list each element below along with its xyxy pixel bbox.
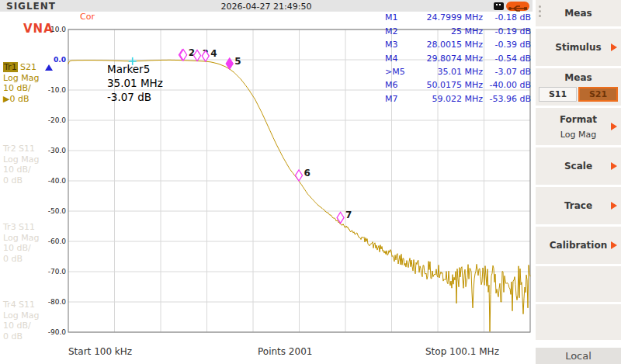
sparam-button-s21[interactable]: S21 [578, 87, 618, 102]
marker-id: M3 [385, 40, 411, 50]
marker-id: M7 [385, 94, 411, 104]
softkey-current-value: Log Mag [560, 130, 596, 140]
y-axis-tick-label: -80.0 [30, 298, 66, 306]
y-axis-tick-label: -10.0 [30, 86, 66, 94]
marker-table: M124.7999 MHz-0.18 dBM225 MHz-0.19 dBM32… [385, 11, 531, 106]
active-marker-value: -3.07 dB [107, 90, 163, 104]
softkey-scale[interactable]: Scale [536, 147, 621, 185]
softkey-trace[interactable]: Trace [536, 187, 621, 224]
marker-value: -3.07 dB [483, 67, 531, 77]
y-axis-tick-label: -30.0 [30, 147, 66, 154]
active-marker-readout: Marker5 35.01 MHz -3.07 dB [107, 62, 163, 104]
sparam-button-s11[interactable]: S11 [539, 87, 577, 102]
marker-table-row-M5: >M535.01 MHz-3.07 dB [385, 65, 531, 78]
marker-frequency: 50.0175 MHz [411, 80, 483, 90]
marker-table-row-M7: M759.022 MHz-53.96 dB [385, 92, 531, 106]
submenu-arrow-icon [611, 43, 617, 51]
marker-frequency: 59.022 MHz [411, 94, 483, 104]
marker-frequency: 25 MHz [411, 26, 483, 36]
menu-header: Meas [536, 0, 621, 26]
softkey-blank [536, 266, 621, 302]
y-axis-tick-label: -90.0 [30, 328, 66, 336]
softkey-calibration[interactable]: Calibration [536, 227, 621, 264]
marker-frequency: 28.0015 MHz [411, 40, 483, 50]
softkey-label: Trace [564, 200, 592, 211]
y-axis-tick-label: -70.0 [30, 268, 66, 276]
trace-marker-diamond-M6[interactable] [296, 170, 303, 181]
active-marker-frequency: 35.01 MHz [107, 76, 163, 90]
submenu-arrow-icon [611, 162, 617, 170]
reference-level-indicator [45, 64, 53, 71]
marker-frequency: 35.01 MHz [411, 67, 483, 77]
menu-drag-handle-icon[interactable] [539, 5, 541, 17]
y-axis-tick-label: 0.0 [30, 56, 66, 64]
softkey-menu: MeasStimulusMeasS11S21FormatLog MagScale… [536, 0, 621, 364]
submenu-arrow-icon [611, 202, 617, 210]
softkey-blank [536, 304, 621, 340]
marker-id: M2 [385, 26, 411, 36]
y-axis-tick-label: -60.0 [30, 237, 66, 245]
submenu-arrow-icon [611, 241, 617, 249]
y-axis-tick-label: 10.0 [30, 26, 66, 33]
marker-value: -40.00 dB [483, 80, 531, 90]
x-axis-points-label: Points 2001 [258, 346, 312, 357]
marker-value: -0.54 dB [483, 54, 531, 64]
trace-marker-label-M5: 5 [234, 56, 241, 67]
softkey-stimulus[interactable]: Stimulus [536, 29, 621, 66]
softkey-label: Meas [564, 72, 592, 83]
marker-id: >M5 [385, 67, 411, 77]
marker-id: M6 [385, 80, 411, 90]
marker-table-row-M4: M429.8074 MHz-0.54 dB [385, 51, 531, 64]
marker-value: -0.18 dB [483, 12, 531, 23]
local-button[interactable]: Local [536, 348, 621, 364]
marker-table-row-M6: M650.0175 MHz-40.00 dB [385, 78, 531, 92]
marker-value: -0.39 dB [483, 40, 531, 50]
submenu-arrow-icon [611, 123, 617, 130]
marker-table-row-M2: M225 MHz-0.19 dB [385, 24, 531, 37]
softkey-label: Calibration [550, 240, 607, 251]
softkey-label: Stimulus [555, 42, 601, 53]
softkey-meas[interactable]: MeasS11S21 [536, 68, 621, 106]
softkey-label: Scale [564, 161, 592, 172]
marker-value: -0.19 dB [483, 26, 531, 36]
trace-marker-label-M4: 4 [210, 48, 217, 59]
sparam-toggle-group: S11S21 [538, 87, 619, 102]
marker-frequency: 29.8074 MHz [411, 54, 483, 64]
softkey-label: Format [560, 114, 597, 125]
softkey-format[interactable]: FormatLog Mag [536, 108, 621, 145]
x-axis-stop-label: Stop 100.1 MHz [425, 346, 499, 357]
y-axis-tick-label: -50.0 [30, 207, 66, 215]
marker-frequency: 24.7999 MHz [411, 12, 483, 23]
marker-table-row-M3: M328.0015 MHz-0.39 dB [385, 38, 531, 51]
y-axis-tick-label: -40.0 [30, 177, 66, 185]
marker-id: M4 [385, 54, 411, 64]
active-marker-name: Marker5 [107, 62, 163, 76]
trace-marker-label-M6: 6 [304, 168, 310, 179]
x-axis-start-label: Start 100 kHz [68, 346, 132, 357]
marker-table-row-M1: M124.7999 MHz-0.18 dB [385, 11, 531, 24]
marker-value: -53.96 dB [483, 94, 531, 104]
marker-id: M1 [385, 12, 411, 23]
trace-marker-label-M7: 7 [345, 210, 352, 220]
menu-title: Meas [564, 8, 592, 19]
y-axis-tick-label: -20.0 [30, 116, 66, 124]
